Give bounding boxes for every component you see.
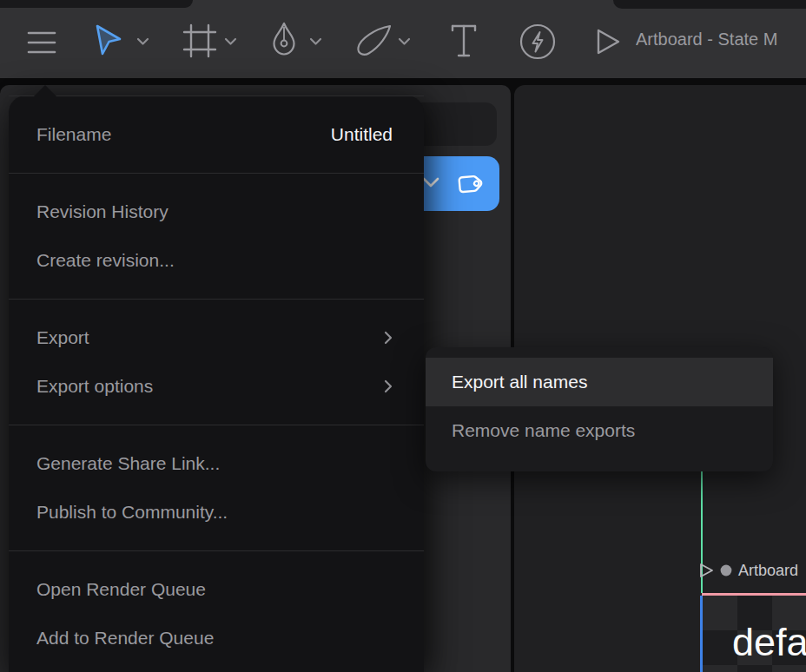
artboard-frame-icon: [182, 23, 217, 58]
window-tab-notch-left: [0, 0, 193, 8]
menu-section-filename: Filename Untitled: [9, 96, 424, 173]
submenu-item-label: Remove name exports: [452, 420, 635, 440]
submenu-item-label: Export all names: [452, 372, 587, 392]
filename-value[interactable]: Untitled: [331, 110, 393, 159]
text-tool-icon: [449, 23, 479, 59]
menu-item-label: Open Render Queue: [36, 565, 206, 614]
pen-tool-chevron-icon[interactable]: [309, 37, 322, 46]
export-options-submenu: Export all names Remove name exports: [426, 347, 773, 471]
content-area: Artboard defa Filename Untitled Revision…: [0, 78, 806, 672]
menu-item-label: Create revision...: [36, 236, 175, 285]
menu-item-label: Export: [36, 313, 89, 362]
chevron-down-icon: [422, 177, 439, 188]
menu-item-export-options[interactable]: Export options: [9, 362, 424, 411]
artboard-tool-button[interactable]: [181, 23, 219, 59]
document-title: Artboard - State M: [636, 0, 806, 78]
tag-icon: [453, 168, 486, 201]
disclosure-triangle-icon[interactable]: [698, 563, 714, 578]
play-preview-icon: [595, 28, 621, 56]
menu-item-label: Publish to Community...: [36, 488, 228, 537]
pen-tool-icon: [268, 22, 300, 60]
quick-actions-button[interactable]: [518, 22, 558, 62]
layer-dot-icon: [720, 564, 732, 576]
menu-caret: [34, 85, 56, 96]
app-window: Artboard - State M: [0, 0, 806, 672]
play-preview-button[interactable]: [592, 26, 624, 57]
main-menu-button[interactable]: [24, 26, 59, 59]
menu-item-label: Generate Share Link...: [36, 439, 220, 488]
menu-item-open-render-queue[interactable]: Open Render Queue: [9, 565, 424, 614]
menu-section-share: Generate Share Link... Publish to Commun…: [9, 425, 424, 550]
brush-tool-icon: [354, 23, 393, 58]
select-tool-button[interactable]: [90, 23, 127, 59]
menu-item-publish-to-community[interactable]: Publish to Community...: [9, 488, 424, 537]
submenu-chevron-right-icon: [384, 379, 393, 393]
menu-section-revisions: Revision History Create revision...: [9, 173, 424, 299]
file-menu-popover: Filename Untitled Revision History Creat…: [9, 96, 424, 672]
toolbar: Artboard - State M: [0, 0, 806, 78]
menu-item-revision-history[interactable]: Revision History: [9, 188, 424, 236]
submenu-chevron-right-icon: [384, 331, 393, 345]
pen-tool-button[interactable]: [266, 21, 302, 61]
text-tool-button[interactable]: [446, 22, 481, 60]
menu-item-export[interactable]: Export: [9, 313, 424, 362]
select-tool-chevron-icon[interactable]: [136, 37, 149, 46]
submenu-item-export-all-names[interactable]: Export all names: [426, 358, 773, 406]
quick-actions-lightning-icon: [519, 23, 557, 61]
menu-item-label: Export options: [36, 362, 153, 411]
menu-section-render-queue: Open Render Queue Add to Render Queue: [9, 550, 424, 672]
brush-tool-button[interactable]: [353, 23, 394, 59]
submenu-item-remove-name-exports[interactable]: Remove name exports: [426, 406, 773, 455]
artboard-name-label[interactable]: Artboard: [738, 562, 798, 580]
state-name-text: defa: [732, 620, 806, 665]
menu-item-label: Revision History: [36, 188, 168, 236]
menu-item-generate-share-link[interactable]: Generate Share Link...: [9, 439, 424, 488]
menu-item-add-to-render-queue[interactable]: Add to Render Queue: [9, 614, 424, 662]
menu-item-create-revision[interactable]: Create revision...: [9, 236, 424, 285]
brush-tool-chevron-icon[interactable]: [398, 37, 411, 46]
filename-label: Filename: [36, 110, 111, 159]
select-cursor-icon: [94, 24, 123, 57]
menu-section-export: Export Export options: [9, 299, 424, 425]
artboard-marker[interactable]: Artboard: [698, 561, 798, 580]
hamburger-menu-icon: [27, 30, 56, 55]
artboard-tool-chevron-icon[interactable]: [224, 37, 237, 46]
menu-item-filename[interactable]: Filename Untitled: [9, 110, 424, 159]
menu-item-label: Add to Render Queue: [36, 614, 214, 662]
